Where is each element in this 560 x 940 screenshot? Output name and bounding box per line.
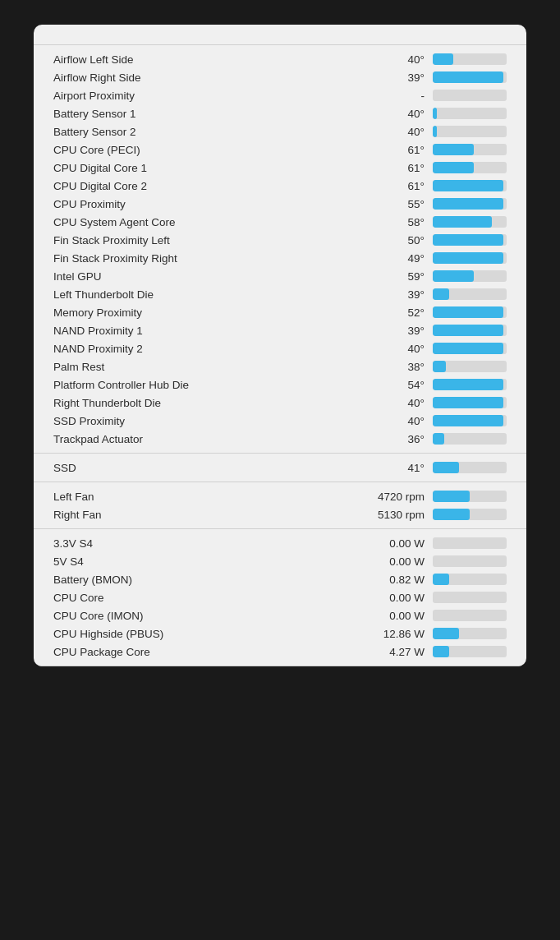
bar-container [433, 574, 507, 585]
sensor-row: Airport Proximity- [53, 86, 507, 104]
sensor-value: 39° [367, 288, 433, 301]
sensor-value: 4720 rpm [367, 491, 433, 503]
sensor-value: 40° [367, 343, 433, 355]
sensor-row: CPU Package Core4.27 W [53, 643, 507, 661]
bar-fill [433, 108, 437, 119]
bar-container [433, 180, 507, 191]
bar-container [433, 252, 507, 264]
sensor-row: SSD Proximity40° [53, 412, 507, 430]
bar-container [433, 537, 507, 549]
bar-fill [433, 53, 453, 65]
sensor-value: 40° [367, 415, 433, 427]
sensor-name: CPU Highside (PBUS) [53, 628, 367, 640]
bar-fill [433, 397, 503, 408]
sensor-value: 40° [367, 397, 433, 409]
section-fans: Left Fan4720 rpmRight Fan5130 rpm [34, 482, 526, 529]
sensor-value: 4.27 W [367, 646, 433, 658]
sensor-name: NAND Proximity 2 [53, 343, 367, 355]
sensor-row: CPU Core0.00 W [53, 588, 507, 606]
sensor-name: 5V S4 [53, 555, 367, 568]
sensor-row: CPU Highside (PBUS)12.86 W [53, 624, 507, 643]
bar-container [433, 646, 507, 657]
section-title [34, 25, 526, 45]
bar-container [433, 198, 507, 210]
sensor-value: 54° [367, 379, 433, 391]
sensor-name: Battery Sensor 2 [53, 126, 367, 138]
sensor-value: 0.00 W [367, 592, 433, 604]
sensor-name: CPU Core (PECI) [53, 144, 367, 156]
bar-container [433, 126, 507, 137]
bar-container [433, 462, 507, 473]
sensor-name: Battery (BMON) [53, 574, 367, 586]
sensor-row: CPU Digital Core 261° [53, 177, 507, 195]
bar-fill [433, 509, 470, 520]
bar-container [433, 610, 507, 621]
bar-container [433, 71, 507, 83]
sensor-value: 52° [367, 306, 433, 319]
sensor-name: SSD Proximity [53, 415, 367, 427]
sensor-row: CPU Digital Core 161° [53, 159, 507, 177]
sensor-name: CPU Core (IMON) [53, 610, 367, 622]
section-temperatures: Airflow Left Side40°Airflow Right Side39… [34, 45, 526, 454]
sensor-name: Left Fan [53, 491, 367, 503]
sensor-value: 39° [367, 71, 433, 84]
sensor-value: 36° [367, 433, 433, 445]
bar-fill [433, 270, 474, 282]
sensor-value: 12.86 W [367, 628, 433, 640]
sensor-value: 39° [367, 325, 433, 337]
sensor-row: Left Thunderbolt Die39° [53, 285, 507, 303]
sensor-row: CPU Proximity55° [53, 195, 507, 213]
section-ssd: SSD41° [34, 454, 526, 482]
sensor-value: 40° [367, 126, 433, 138]
bar-container [433, 53, 507, 65]
bar-fill [433, 628, 459, 639]
sensor-name: Airflow Left Side [53, 53, 367, 66]
bar-container [433, 397, 507, 408]
sensor-value: 0.00 W [367, 537, 433, 550]
sensor-row: CPU Core (PECI)61° [53, 141, 507, 159]
bar-container [433, 325, 507, 336]
sensor-name: Airflow Right Side [53, 71, 367, 84]
sensor-value: - [367, 90, 433, 102]
bar-container [433, 234, 507, 246]
sensor-row: SSD41° [53, 458, 507, 477]
bar-fill [433, 198, 503, 210]
bar-fill [433, 216, 492, 228]
sensor-value: 40° [367, 108, 433, 120]
sensor-row: Fin Stack Proximity Left50° [53, 231, 507, 249]
sensor-row: Memory Proximity52° [53, 303, 507, 321]
sensor-name: CPU Proximity [53, 198, 367, 210]
sensor-value: 59° [367, 270, 433, 283]
sensor-value: 38° [367, 361, 433, 373]
sensor-row: Battery Sensor 140° [53, 104, 507, 122]
sensor-row: Airflow Right Side39° [53, 68, 507, 86]
sensor-name: CPU Package Core [53, 646, 367, 658]
sensor-row: Right Thunderbolt Die40° [53, 394, 507, 412]
sensor-name: Platform Controller Hub Die [53, 379, 367, 391]
sensor-value: 49° [367, 252, 433, 265]
sensor-name: Left Thunderbolt Die [53, 288, 367, 301]
bar-fill [433, 288, 449, 300]
bar-container [433, 415, 507, 426]
bar-fill [433, 379, 503, 390]
bar-fill [433, 306, 503, 318]
bar-fill [433, 162, 474, 173]
sensor-name: CPU Digital Core 1 [53, 162, 367, 174]
sensor-name: Right Thunderbolt Die [53, 397, 367, 409]
bar-container [433, 628, 507, 639]
bar-container [433, 361, 507, 372]
bar-fill [433, 646, 449, 657]
sensor-row: NAND Proximity 139° [53, 321, 507, 339]
sensor-name: Right Fan [53, 509, 367, 521]
sensor-row: Right Fan5130 rpm [53, 505, 507, 523]
bar-fill [433, 71, 503, 83]
sensor-name: Fin Stack Proximity Right [53, 252, 367, 265]
bar-fill [433, 361, 446, 372]
sensor-row: Platform Controller Hub Die54° [53, 376, 507, 394]
sensor-value: 0.00 W [367, 610, 433, 622]
sensor-row: 3.3V S40.00 W [53, 534, 507, 552]
sensor-row: Trackpad Actuator36° [53, 430, 507, 448]
bar-container [433, 491, 507, 502]
sensor-name: Airport Proximity [53, 90, 367, 102]
bar-fill [433, 144, 474, 155]
